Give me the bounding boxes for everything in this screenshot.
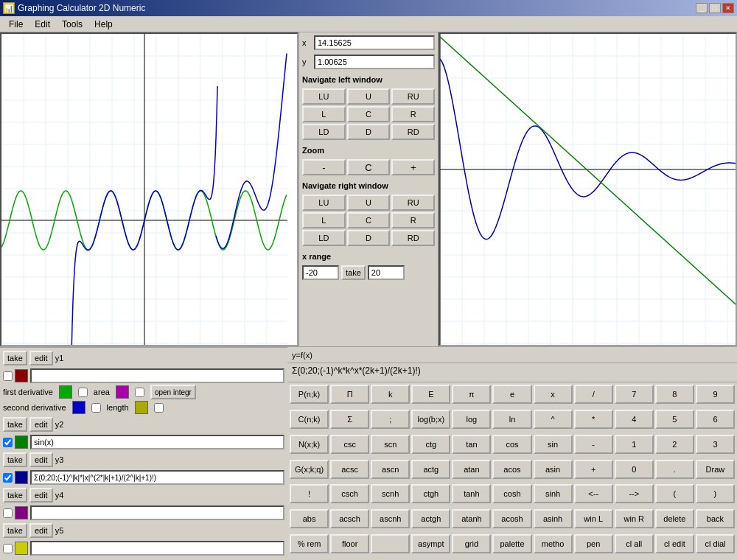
nav-right-c[interactable]: C bbox=[347, 212, 391, 228]
calc-acsch[interactable]: acsch bbox=[330, 509, 369, 528]
calc-csch[interactable]: csch bbox=[330, 484, 369, 503]
calc-atan[interactable]: atan bbox=[452, 460, 491, 479]
calc-metho[interactable]: metho bbox=[534, 534, 573, 553]
y4-checkbox[interactable] bbox=[3, 508, 13, 518]
calc-dot[interactable]: . bbox=[655, 460, 694, 479]
calc-delete[interactable]: delete bbox=[655, 509, 694, 528]
minimize-button[interactable]: _ bbox=[696, 3, 708, 13]
nav-left-rd[interactable]: RD bbox=[391, 124, 435, 140]
calc-factorial[interactable]: ! bbox=[290, 484, 329, 503]
y5-checkbox[interactable] bbox=[3, 544, 13, 553]
calc-pi-cap[interactable]: Π bbox=[330, 385, 369, 404]
calc-win-r[interactable]: win R bbox=[615, 509, 654, 528]
area-checkbox[interactable] bbox=[135, 388, 144, 397]
calc-cosh[interactable]: cosh bbox=[492, 484, 531, 503]
calc-cl-dial[interactable]: cl dial bbox=[696, 534, 735, 553]
calc-acosh[interactable]: acosh bbox=[492, 509, 531, 528]
menu-file[interactable]: File bbox=[3, 18, 29, 31]
calc-multiply[interactable]: * bbox=[574, 410, 613, 429]
y3-take-btn[interactable]: take bbox=[3, 452, 27, 467]
calc-sin[interactable]: sin bbox=[534, 435, 573, 454]
nav-left-lu[interactable]: LU bbox=[302, 88, 346, 105]
calc-cl-all[interactable]: cl all bbox=[615, 534, 654, 553]
calc-cl-edit[interactable]: cl edit bbox=[655, 534, 694, 553]
y3-color[interactable] bbox=[15, 471, 28, 484]
calc-scn[interactable]: scn bbox=[371, 435, 410, 454]
nav-right-r[interactable]: R bbox=[391, 212, 435, 228]
calc-cnk[interactable]: C(n;k) bbox=[290, 410, 329, 429]
calc-back[interactable]: back bbox=[696, 509, 735, 528]
nav-right-ld[interactable]: LD bbox=[302, 230, 346, 246]
calc-log[interactable]: log bbox=[452, 410, 491, 429]
calc-tanh[interactable]: tanh bbox=[452, 484, 491, 503]
nav-right-ru[interactable]: RU bbox=[391, 195, 435, 211]
calc-ctgh[interactable]: ctgh bbox=[411, 484, 450, 503]
calc-prem[interactable]: % rem bbox=[290, 534, 329, 553]
xrange-from[interactable] bbox=[302, 265, 339, 280]
calc-tan[interactable]: tan bbox=[452, 435, 491, 454]
calc-acos[interactable]: acos bbox=[492, 460, 531, 479]
y4-input[interactable] bbox=[30, 505, 284, 520]
close-button[interactable]: ✕ bbox=[722, 3, 734, 13]
zoom-plus[interactable]: + bbox=[391, 159, 435, 175]
y3-edit-btn[interactable]: edit bbox=[29, 452, 53, 467]
xrange-take-btn[interactable]: take bbox=[341, 265, 366, 280]
first-deriv-color[interactable] bbox=[59, 385, 72, 399]
nav-left-u[interactable]: U bbox=[347, 88, 391, 105]
zoom-minus[interactable]: - bbox=[302, 159, 346, 175]
calc-asympt[interactable]: asympt bbox=[411, 534, 450, 553]
calc-ln[interactable]: ln bbox=[492, 410, 531, 429]
calc-actgh[interactable]: actgh bbox=[411, 509, 450, 528]
maximize-button[interactable]: □ bbox=[709, 3, 721, 13]
y3-checkbox[interactable] bbox=[3, 473, 13, 483]
area-color[interactable] bbox=[116, 385, 129, 399]
nav-left-l[interactable]: L bbox=[302, 106, 346, 122]
nav-left-c[interactable]: C bbox=[347, 106, 391, 122]
calc-semicolon[interactable]: ; bbox=[371, 410, 410, 429]
calc-9[interactable]: 9 bbox=[696, 385, 735, 404]
calc-asin[interactable]: asin bbox=[534, 460, 573, 479]
calc-left-arrow[interactable]: <-- bbox=[574, 484, 613, 503]
calc-x[interactable]: x bbox=[534, 385, 573, 404]
calc-1[interactable]: 1 bbox=[615, 435, 654, 454]
calc-3[interactable]: 3 bbox=[696, 435, 735, 454]
calc-pi[interactable]: π bbox=[452, 385, 491, 404]
menu-edit[interactable]: Edit bbox=[29, 18, 56, 31]
y4-take-btn[interactable]: take bbox=[3, 488, 27, 503]
y5-color[interactable] bbox=[15, 542, 28, 555]
y1-edit-btn[interactable]: edit bbox=[29, 351, 53, 365]
calc-cos[interactable]: cos bbox=[492, 435, 531, 454]
calc-4[interactable]: 4 bbox=[615, 410, 654, 429]
calc-8[interactable]: 8 bbox=[655, 385, 694, 404]
calc-gxkq[interactable]: G(x;k;q) bbox=[290, 460, 329, 479]
nav-right-lu[interactable]: LU bbox=[302, 195, 346, 211]
nav-left-ru[interactable]: RU bbox=[391, 88, 435, 105]
calc-sinh[interactable]: sinh bbox=[534, 484, 573, 503]
y5-take-btn[interactable]: take bbox=[3, 523, 27, 538]
calc-right-arrow[interactable]: --> bbox=[615, 484, 654, 503]
y2-checkbox[interactable] bbox=[3, 438, 13, 447]
y2-take-btn[interactable]: take bbox=[3, 417, 27, 432]
calc-atanh[interactable]: atanh bbox=[452, 509, 491, 528]
length-checkbox[interactable] bbox=[154, 403, 164, 413]
calc-draw[interactable]: Draw bbox=[696, 460, 735, 479]
calc-k[interactable]: k bbox=[371, 385, 410, 404]
calc-0[interactable]: 0 bbox=[615, 460, 654, 479]
calc-logbx[interactable]: log(b;x) bbox=[411, 410, 450, 429]
nav-left-ld[interactable]: LD bbox=[302, 124, 346, 140]
calc-2[interactable]: 2 bbox=[655, 435, 694, 454]
calc-acsc[interactable]: acsc bbox=[330, 460, 369, 479]
y1-take-btn[interactable]: take bbox=[3, 351, 27, 365]
calc-asinh[interactable]: asinh bbox=[534, 509, 573, 528]
y1-color[interactable] bbox=[15, 369, 28, 382]
calc-nxk[interactable]: N(x;k) bbox=[290, 435, 329, 454]
calc-pnk[interactable]: P(n;k) bbox=[290, 385, 329, 404]
menu-help[interactable]: Help bbox=[88, 18, 119, 31]
y3-input[interactable] bbox=[30, 470, 284, 485]
nav-right-l[interactable]: L bbox=[302, 212, 346, 228]
y2-edit-btn[interactable]: edit bbox=[29, 417, 53, 432]
nav-right-d[interactable]: D bbox=[347, 230, 391, 246]
nav-right-u[interactable]: U bbox=[347, 195, 391, 211]
calc-actg[interactable]: actg bbox=[411, 460, 450, 479]
calc-grid[interactable]: grid bbox=[452, 534, 491, 553]
